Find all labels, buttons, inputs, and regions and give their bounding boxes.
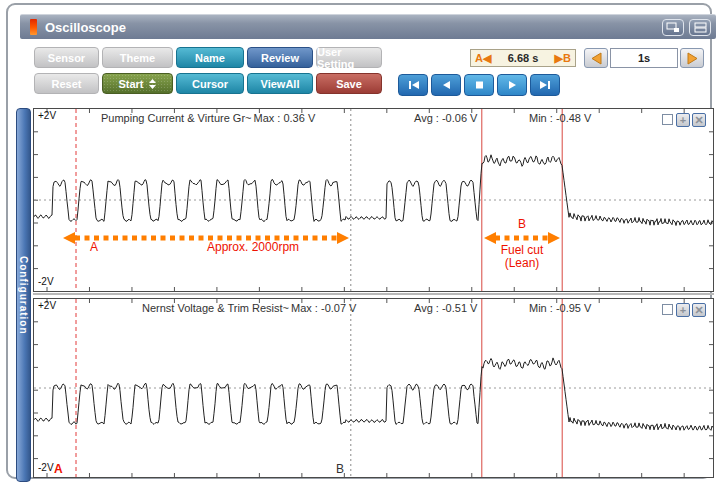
y-min-label: -2V [38,462,54,473]
waveform-plot[interactable] [34,299,713,477]
y-min-label: -2V [38,276,54,287]
timebase-increase-button[interactable] [680,48,704,68]
play-icon [506,80,519,90]
skip-start-button[interactable] [398,74,428,96]
close-channel-button[interactable]: ✕ [692,303,706,317]
titlebar: Oscilloscope [20,14,716,39]
step-back-icon [440,80,453,90]
theme-button-label: Theme [120,52,155,64]
waveform-plot[interactable] [34,109,713,291]
add-channel-button[interactable]: + [676,303,690,317]
stat-max: Max : 0.36 V [254,112,316,124]
cursor-button-label: Cursor [192,78,228,90]
channel-checkbox[interactable] [662,114,673,125]
ab-time-readout[interactable]: A◀ 6.68 s ▶B [470,49,576,67]
viewall-button[interactable]: ViewAll [247,73,313,94]
sensor-button-label: Sensor [48,52,85,64]
stat-min: Min : -0.95 V [529,302,591,314]
close-channel-button[interactable]: ✕ [692,113,706,127]
right-arrow-icon [687,52,698,65]
cursor-b-label: B [336,462,344,476]
annotation-fuelcut: Fuel cut [462,243,582,257]
add-channel-button[interactable]: + [676,113,690,127]
save-button-label: Save [336,78,362,90]
play-button[interactable] [497,74,527,96]
start-button[interactable]: Start [102,73,173,94]
skip-start-icon [407,80,420,90]
save-button[interactable]: Save [316,73,382,94]
skip-end-icon [539,80,552,90]
theme-button[interactable]: Theme [102,47,173,68]
annotation-b: B [462,217,582,231]
y-max-label: +2V [38,110,56,121]
app-icon [30,19,37,35]
oscilloscope-app: Oscilloscope Sensor Theme Name Review Us… [0,0,720,485]
ab-delta-value: 6.68 s [508,52,539,64]
channel-title: Pumping Current & Virture Gr~Max : 0.36 … [101,112,315,124]
timebase-decrease-button[interactable] [584,48,608,68]
viewall-button-label: ViewAll [261,78,300,90]
start-button-label: Start [118,78,143,90]
scope-panel-pumping-current[interactable]: +2V -2V Pumping Current & Virture Gr~Max… [33,108,714,292]
review-button[interactable]: Review [247,47,313,68]
reset-button-label: Reset [52,78,82,90]
restore-window-icon[interactable] [662,19,684,36]
stat-min: Min : -0.48 V [529,112,591,124]
tile-windows-icon[interactable] [689,19,711,36]
step-back-button[interactable] [431,74,461,96]
review-button-label: Review [261,52,299,64]
cursor-b-marker: ▶B [555,52,571,65]
stat-avg: Avg : -0.51 V [414,302,477,314]
window-frame: Oscilloscope Sensor Theme Name Review Us… [6,3,712,479]
left-arrow-icon [591,52,602,65]
stop-icon [473,80,486,90]
user-setting-button-label: User Setting [317,46,381,70]
cursor-button[interactable]: Cursor [176,73,244,94]
reset-button[interactable]: Reset [34,73,99,94]
name-button-label: Name [195,52,225,64]
sensor-button[interactable]: Sensor [34,47,99,68]
channel-title: Nernst Voltage & Trim Resist~Max : -0.07… [142,302,356,314]
configuration-tab[interactable]: Configuration [16,108,31,482]
stat-avg: Avg : -0.06 V [414,112,477,124]
stop-button[interactable] [464,74,494,96]
skip-end-button[interactable] [530,74,560,96]
annotation-lean: (Lean) [462,256,582,270]
user-setting-button[interactable]: User Setting [316,47,382,68]
playback-controls [398,74,560,96]
window-title: Oscilloscope [45,20,662,35]
stat-max: Max : -0.07 V [291,302,356,314]
cursor-a-marker: A◀ [475,52,491,65]
name-button[interactable]: Name [176,47,244,68]
timebase-value[interactable]: 1s [610,48,678,68]
spinner-updown-icon [148,78,157,90]
annotation-rpm: Approx. 2000rpm [207,240,299,254]
y-max-label: +2V [38,300,56,311]
cursor-a-label: A [54,462,63,476]
scope-panel-nernst-voltage[interactable]: +2V -2V Nernst Voltage & Trim Resist~Max… [33,298,714,478]
channel-checkbox[interactable] [662,304,673,315]
panel-divider [33,293,714,295]
annotation-a: A [84,240,104,254]
